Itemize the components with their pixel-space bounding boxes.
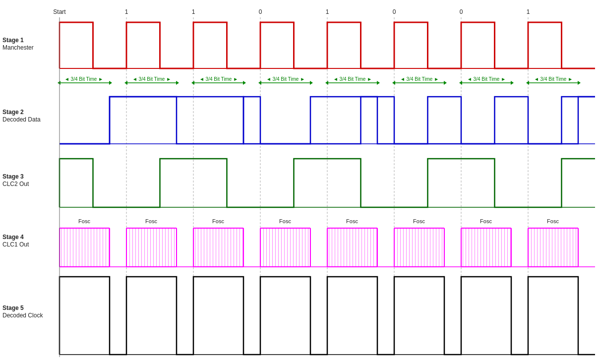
stage4-sublabel: CLC1 Out xyxy=(2,241,29,248)
osc-burst-7 xyxy=(461,228,511,267)
osc-burst-4 xyxy=(260,228,310,267)
stage1-label: Stage 1 xyxy=(2,37,24,44)
osc-burst-3 xyxy=(193,228,243,267)
bit-label-0b: 0 xyxy=(393,8,396,15)
osc-burst-1 xyxy=(60,228,110,267)
bit-label-1c: 1 xyxy=(326,8,329,15)
stage5-label: Stage 5 xyxy=(2,304,24,311)
stage4-label: Stage 4 xyxy=(2,234,24,241)
bit-label-1a: 1 xyxy=(125,8,128,15)
arrow-label-8: ◄ 3/4 Bit Time ► xyxy=(534,76,573,82)
stage3-label: Stage 3 xyxy=(2,173,24,180)
fosc-label-4: Fosc xyxy=(279,218,291,224)
arrow-label-2: ◄ 3/4 Bit Time ► xyxy=(132,76,171,82)
osc-burst-6 xyxy=(394,228,444,267)
arrow-label-6: ◄ 3/4 Bit Time ► xyxy=(400,76,439,82)
arrow-label-1: ◄ 3/4 Bit Time ► xyxy=(64,76,103,82)
stage2-label: Stage 2 xyxy=(2,109,24,116)
fosc-label-6: Fosc xyxy=(413,218,425,224)
stage1-sublabel: Manchester xyxy=(2,44,34,51)
svg-rect-0 xyxy=(0,5,599,364)
fosc-label-1: Fosc xyxy=(78,218,90,224)
osc-burst-5 xyxy=(327,228,377,267)
bit-label-1b: 1 xyxy=(192,8,195,15)
arrow-label-7: ◄ 3/4 Bit Time ► xyxy=(467,76,506,82)
fosc-label-3: Fosc xyxy=(212,218,224,224)
stage3-sublabel: CLC2 Out xyxy=(2,181,29,187)
osc-burst-8 xyxy=(528,228,578,267)
arrow-label-3: ◄ 3/4 Bit Time ► xyxy=(199,76,238,82)
bit-label-0a: 0 xyxy=(259,8,262,15)
fosc-label-7: Fosc xyxy=(480,218,492,224)
bit-label-start: Start xyxy=(53,8,66,15)
bit-label-0c: 0 xyxy=(460,8,463,15)
fosc-label-2: Fosc xyxy=(145,218,157,224)
diagram-container: Start 1 1 0 1 0 0 1 Stage 1 Manchester S… xyxy=(0,0,599,364)
fosc-label-5: Fosc xyxy=(346,218,358,224)
osc-burst-2 xyxy=(126,228,177,267)
stage5-sublabel: Decoded Clock xyxy=(2,312,43,319)
arrow-label-5: ◄ 3/4 Bit Time ► xyxy=(333,76,372,82)
arrow-label-4: ◄ 3/4 Bit Time ► xyxy=(266,76,305,82)
bit-label-1d: 1 xyxy=(527,8,530,15)
fosc-label-8: Fosc xyxy=(547,218,559,224)
stage2-sublabel: Decoded Data xyxy=(2,116,41,123)
